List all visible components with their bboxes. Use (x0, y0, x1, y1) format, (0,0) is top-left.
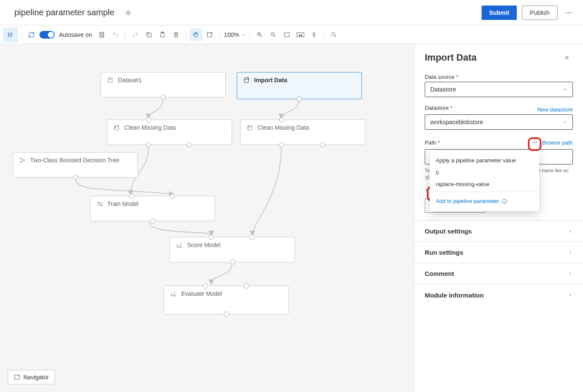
new-datastore-link[interactable]: New datastore (537, 106, 573, 113)
path-label: Path* (425, 139, 440, 146)
pipeline-canvas[interactable]: Dataset1 Import Data Clean Missing Data (0, 44, 414, 392)
svg-point-0 (127, 11, 129, 14)
publish-button[interactable]: Publish (522, 6, 558, 20)
svg-point-19 (20, 161, 22, 163)
node-score-model[interactable]: Score Model (170, 237, 295, 262)
node-clean-missing-data-1[interactable]: Clean Missing Data (107, 120, 232, 145)
node-label: Score Model (187, 242, 221, 248)
svg-point-26 (536, 142, 537, 143)
node-two-class-boosted[interactable]: Two-Class Boosted Decision Tree (13, 152, 138, 178)
datastore-select[interactable]: workspaceblobstore (425, 114, 573, 130)
svg-rect-7 (207, 32, 212, 37)
svg-point-14 (108, 78, 112, 79)
panel-toggle-icon[interactable] (3, 28, 18, 42)
hand-tool-icon[interactable] (190, 28, 202, 41)
panel-title: Import Data (425, 52, 476, 63)
autosave-toggle[interactable]: Autosave on (39, 31, 92, 39)
navigator-label: Navigator (23, 374, 49, 381)
node-label: Clean Missing Data (124, 124, 176, 131)
search-icon[interactable] (328, 28, 340, 41)
parameter-popup: Apply a pipeline parameter value 0 rapla… (430, 151, 539, 211)
svg-point-21 (98, 202, 99, 203)
redo-icon[interactable] (129, 28, 142, 41)
svg-point-22 (101, 204, 102, 206)
section-comment[interactable]: Comment (415, 263, 583, 284)
section-output-settings[interactable]: Output settings (415, 221, 583, 242)
node-evaluate-model[interactable]: Evaluate Model (164, 286, 289, 314)
section-run-settings[interactable]: Run settings (415, 242, 583, 263)
popup-item-0[interactable]: 0 (430, 167, 539, 178)
data-source-label: Data source* (425, 74, 573, 80)
path-more-icon[interactable] (530, 137, 540, 147)
svg-point-2 (568, 12, 569, 13)
autosave-label: Autosave on (59, 31, 92, 38)
navigator-button[interactable]: Navigator (8, 370, 55, 384)
node-label: Dataset1 (118, 77, 142, 83)
actual-size-icon[interactable]: 1:1 (294, 28, 307, 41)
gear-icon[interactable] (122, 7, 134, 19)
selection-tool-icon[interactable] (203, 28, 216, 41)
properties-panel: Import Data Data source* Datastore Datas… (414, 44, 583, 392)
node-clean-missing-data-2[interactable]: Clean Missing Data (240, 120, 365, 145)
data-source-select[interactable]: Datastore (425, 82, 573, 97)
zoom-level[interactable]: 100% (223, 31, 246, 38)
svg-rect-4 (148, 33, 151, 37)
save-icon[interactable] (95, 28, 108, 41)
submit-button[interactable]: Submit (482, 6, 517, 20)
node-train-model[interactable]: Train Model (90, 196, 215, 221)
svg-text:1:1: 1:1 (299, 33, 302, 36)
paste-icon[interactable] (156, 28, 169, 41)
svg-point-3 (570, 12, 572, 13)
node-label: Train Model (107, 200, 138, 207)
section-module-info[interactable]: Module information (415, 284, 583, 306)
svg-rect-10 (284, 33, 289, 36)
more-icon[interactable] (563, 7, 575, 19)
zoom-in-icon[interactable] (253, 28, 266, 41)
zoom-out-icon[interactable] (267, 28, 280, 41)
node-import-data[interactable]: Import Data (237, 72, 362, 99)
pipeline-title: pipeline parameter sample (14, 8, 115, 17)
popup-item-replace[interactable]: raplace-missing-value (430, 178, 539, 190)
svg-point-16 (115, 125, 118, 127)
svg-point-1 (566, 12, 567, 13)
node-dataset1[interactable]: Dataset1 (101, 72, 226, 97)
svg-point-25 (534, 142, 535, 143)
svg-point-13 (331, 32, 335, 36)
svg-point-24 (532, 142, 533, 143)
copy-icon[interactable] (143, 28, 155, 41)
node-label: Two-Class Boosted Decision Tree (30, 157, 119, 164)
svg-point-20 (24, 160, 25, 161)
autolayout-icon[interactable] (308, 28, 320, 41)
datastore-label: Datastore* (425, 105, 452, 111)
svg-point-17 (248, 125, 252, 127)
delete-icon[interactable] (170, 28, 182, 41)
undo-icon[interactable] (109, 28, 122, 41)
node-label: Evaluate Model (181, 290, 222, 297)
close-icon[interactable] (561, 52, 573, 64)
node-label: Clean Missing Data (258, 124, 309, 131)
node-label: Import Data (254, 77, 287, 83)
refresh-icon[interactable] (25, 28, 38, 41)
browse-path-link[interactable]: Browse path (542, 139, 573, 146)
popup-heading: Apply a pipeline parameter value (430, 156, 539, 167)
svg-point-18 (20, 158, 22, 159)
popup-add-to-pipeline-parameter[interactable]: Add to pipeline parameter (430, 194, 539, 207)
fit-screen-icon[interactable] (280, 28, 293, 41)
